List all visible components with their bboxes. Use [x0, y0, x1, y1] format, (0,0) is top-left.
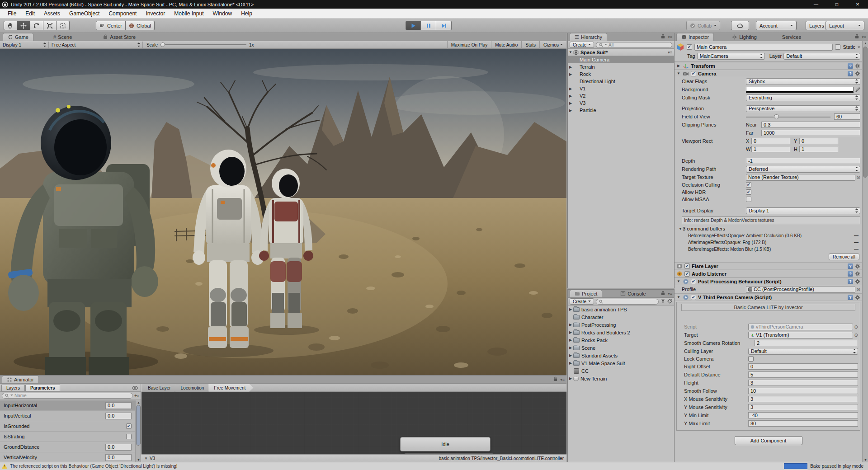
hierarchy-item-particle[interactable]: ▶Particle — [568, 107, 674, 114]
object-picker-icon[interactable]: ⊙ — [857, 287, 860, 292]
pivot-center-button[interactable]: Center — [96, 21, 126, 30]
fold-arrow-icon[interactable]: ▶ — [568, 330, 573, 334]
object-picker-icon[interactable]: ⊙ — [857, 175, 860, 180]
flare-layer-component-header[interactable]: ✔ Flare Layer ? — [675, 262, 862, 270]
audio-enabled-checkbox[interactable]: ✔ — [684, 271, 690, 277]
target-display-dropdown[interactable]: Display 1 — [746, 207, 860, 214]
far-field[interactable]: 1000 — [761, 130, 860, 136]
menu-assets[interactable]: Assets — [40, 9, 64, 18]
post-enabled-checkbox[interactable]: ✔ — [691, 279, 696, 284]
fold-arrow-icon[interactable]: ▶ — [568, 323, 573, 327]
gizmos-dropdown[interactable]: Gizmos — [539, 41, 566, 49]
state-node-idle[interactable]: Idle — [400, 437, 491, 451]
parameter-row[interactable]: IsGrounded ✔ — [0, 421, 135, 432]
fold-arrow-icon[interactable]: ▶ — [568, 101, 573, 105]
gear-icon[interactable] — [855, 71, 860, 76]
tab-inspector[interactable]: i Inspector — [676, 33, 714, 41]
rotate-tool-button[interactable] — [30, 21, 43, 30]
parameter-search-input[interactable]: Name — [2, 393, 133, 399]
help-book-icon[interactable]: ? — [848, 295, 853, 300]
menu-component[interactable]: Component — [104, 9, 141, 18]
help-book-icon[interactable]: ? — [848, 63, 853, 69]
maximize-button[interactable]: □ — [826, 0, 847, 9]
hierarchy-item-terrain[interactable]: ▶Terrain — [568, 63, 674, 70]
pause-button[interactable] — [421, 21, 436, 30]
aspect-select[interactable]: Free Aspect — [49, 42, 143, 48]
panel-menu-icon[interactable]: ▾≡ — [560, 377, 565, 382]
fold-arrow-icon[interactable]: ▶ — [568, 307, 573, 311]
animator-layers-tab[interactable]: Layers — [1, 385, 25, 391]
project-item-rocks-pack[interactable]: ▶ Rocks Pack — [568, 336, 674, 344]
fold-arrow-icon[interactable]: ▼ — [676, 279, 681, 283]
help-book-icon[interactable]: ? — [848, 279, 853, 284]
step-button[interactable] — [436, 21, 452, 30]
collab-button[interactable]: Collab — [686, 21, 720, 30]
scene-row[interactable]: ▼ Space Suit* ▾≡ — [568, 49, 674, 56]
script-object-field[interactable]: vThirdPersonCamera — [748, 324, 853, 330]
color-swatch[interactable] — [746, 87, 854, 93]
help-book-icon[interactable]: ? — [848, 263, 853, 269]
project-item-cc[interactable]: CC — [568, 367, 674, 375]
project-item-basic-animation-tps[interactable]: ▶ basic animation TPS — [568, 306, 674, 313]
breadcrumb-free-movement[interactable]: Free Movement — [208, 384, 253, 392]
remove-buffer-button[interactable]: — — [854, 240, 859, 245]
culling-mask-dropdown[interactable]: Everything — [746, 94, 860, 101]
y-mouse-sensitivity-field[interactable]: 3 — [748, 404, 858, 410]
fov-value-field[interactable]: 60 — [834, 113, 860, 120]
project-item-postprocessing[interactable]: ▶ PostProcessing — [568, 321, 674, 329]
fold-arrow-icon[interactable]: ▶ — [568, 65, 573, 69]
allow-msaa-checkbox[interactable] — [746, 197, 751, 202]
parameter-checkbox[interactable]: ✔ — [126, 423, 132, 429]
fold-arrow-icon[interactable]: ▶ — [568, 87, 573, 91]
parameter-checkbox[interactable] — [126, 434, 132, 439]
hierarchy-item-directional-light[interactable]: Directional Light — [568, 78, 674, 85]
target-object-field[interactable]: V1 (Transform) — [748, 332, 853, 338]
menu-window[interactable]: Window — [209, 9, 236, 18]
remove-all-button[interactable]: Remove all — [829, 254, 859, 260]
tab-lighting[interactable]: Lighting — [727, 33, 761, 41]
projection-dropdown[interactable]: Perspective — [746, 105, 860, 112]
camera-component-header[interactable]: ▼ ✔ Camera ? — [675, 70, 862, 77]
tab-services[interactable]: Services — [778, 33, 806, 41]
fold-arrow-icon[interactable]: ▶ — [568, 361, 573, 365]
occlusion-culling-checkbox[interactable]: ✔ — [746, 182, 751, 188]
parameter-row[interactable]: GroundDistance 0.0 — [0, 442, 135, 452]
smooth-follow-field[interactable]: 10 — [748, 388, 858, 394]
panel-menu-icon[interactable]: ▾≡ — [668, 291, 672, 296]
background-color-field[interactable] — [746, 87, 860, 93]
stats-button[interactable]: Stats — [521, 41, 539, 49]
fold-arrow-icon[interactable]: ▼ — [676, 295, 681, 299]
tab-animator[interactable]: Animator — [2, 376, 39, 383]
fold-arrow-icon[interactable]: ▼ — [676, 71, 681, 75]
y-min-limit-field[interactable]: -40 — [748, 412, 858, 418]
target-texture-field[interactable]: None (Render Texture) — [746, 174, 855, 181]
clear-flags-dropdown[interactable]: Skybox — [746, 78, 860, 85]
transform-component-header[interactable]: ▶ Transform ? — [675, 62, 862, 70]
allow-hdr-checkbox[interactable]: ✔ — [746, 189, 751, 195]
viewport-x-field[interactable]: 0 — [751, 138, 790, 144]
tab-console[interactable]: Console — [616, 290, 650, 297]
tab-project[interactable]: Project — [570, 290, 602, 297]
tab-game[interactable]: Game — [3, 33, 33, 41]
scale-tool-button[interactable] — [43, 21, 57, 30]
project-item-standard-assets[interactable]: ▶ Standard Assets — [568, 352, 674, 359]
parameter-row[interactable]: InputVertical 0.0 — [0, 411, 135, 421]
camera-enabled-checkbox[interactable]: ✔ — [691, 71, 696, 76]
pivot-global-button[interactable]: Global — [126, 21, 155, 30]
fov-slider[interactable] — [746, 113, 830, 120]
project-item-character[interactable]: Character — [568, 313, 674, 321]
remove-buffer-button[interactable]: — — [854, 233, 859, 238]
gear-icon[interactable] — [855, 63, 860, 69]
fold-arrow-icon[interactable]: ▶ — [568, 108, 573, 113]
profile-object-field[interactable]: CC (PostProcessingProfile) — [746, 286, 855, 293]
default-distance-field[interactable]: 5 — [748, 371, 858, 378]
layer-dropdown[interactable]: Default — [783, 53, 860, 60]
close-button[interactable]: ✕ — [847, 0, 868, 9]
inspector-scrollbar[interactable]: ▲ ▼ — [862, 41, 868, 462]
y-max-limit-field[interactable]: 80 — [748, 420, 858, 427]
play-button[interactable] — [406, 21, 421, 30]
menu-invector[interactable]: Invector — [142, 9, 169, 18]
project-item-rocks-and-boulders-2[interactable]: ▶ Rocks and Boulders 2 — [568, 329, 674, 336]
post-processing-component-header[interactable]: ▼ ✔ Post Processing Behaviour (Script) ? — [675, 277, 862, 285]
maximize-on-play-button[interactable]: Maximize On Play — [447, 41, 491, 49]
